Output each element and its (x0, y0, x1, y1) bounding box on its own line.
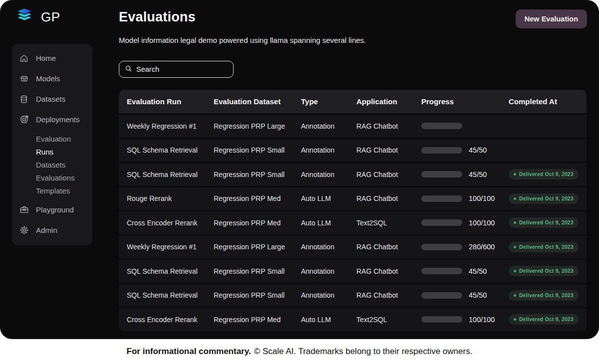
evaluation-dataset-cell: Regression PRP Large (206, 243, 293, 251)
type-cell: Annotation (293, 267, 348, 275)
new-evaluation-button[interactable]: New Evaluation (516, 9, 587, 28)
table-row[interactable]: Weekly Regression #1Regression PRP Large… (119, 236, 587, 259)
table-row[interactable]: SQL Schema RetrievalRegression PRP Small… (119, 284, 587, 307)
progress-cell: 100/100 (413, 316, 501, 324)
delivered-status-badge: Delivered Oct 9, 2023 (509, 193, 579, 204)
sidebar-item-admin[interactable]: Admin (12, 220, 92, 240)
table-row[interactable]: SQL Schema RetrievalRegression PRP Small… (119, 163, 587, 186)
sidebar-item-label: Models (36, 74, 60, 83)
table-row[interactable]: Rouge RerankRegression PRP MedAuto LLMRA… (119, 187, 587, 210)
progress-cell (413, 123, 501, 129)
sidebar-item-playground[interactable]: Playground (12, 199, 92, 220)
completed-at-cell: Delivered Oct 9, 2023 (501, 242, 587, 252)
evaluation-run-cell: Rouge Rerank (119, 194, 206, 202)
progress-label: 45/50 (469, 267, 487, 275)
progress-bar (421, 316, 462, 323)
brand: GP (15, 7, 60, 27)
progress-bar (421, 292, 462, 299)
sidebar-item-templates[interactable]: Templates (12, 184, 92, 197)
evaluation-dataset-cell: Regression PRP Med (206, 194, 293, 202)
search-field[interactable] (136, 65, 230, 73)
sidebar-item-label: Deployments (36, 115, 80, 124)
table-row[interactable]: SQL Schema RetrievalRegression PRP Small… (119, 139, 587, 162)
sidebar-item-evaluation[interactable]: Evaluation (12, 132, 92, 145)
footer-disclaimer: For informational commentary. © Scale AI… (0, 339, 599, 364)
column-header-completed-at: Completed At (501, 97, 587, 106)
evaluation-dataset-cell: Regression PRP Large (206, 122, 293, 130)
delivered-status-text: Delivered Oct 9, 2023 (519, 244, 574, 250)
completed-at-cell: Delivered Oct 9, 2023 (501, 169, 587, 180)
main-content: Evaluations New Evaluation Model informa… (119, 0, 587, 331)
sidebar-item-label: Admin (36, 226, 57, 234)
progress-cell: 280/600 (413, 243, 501, 251)
briefcase-icon (19, 205, 29, 215)
table-row[interactable]: Cross Encoder RerankRegression PRP MedAu… (119, 308, 587, 331)
evaluation-dataset-cell: Regression PRP Small (206, 267, 293, 275)
header-row: Evaluations New Evaluation (119, 0, 587, 28)
table-row[interactable]: Weekly Regression #1Regression PRP Large… (119, 115, 587, 138)
delivered-status-text: Delivered Oct 9, 2023 (519, 220, 574, 225)
progress-cell: 100/100 (413, 194, 501, 202)
screen: GP HomeModelsDatasetsDeploymentsEvaluati… (0, 0, 599, 364)
progress-bar (421, 219, 462, 226)
progress-bar (421, 171, 462, 178)
type-cell: Auto LLM (293, 219, 348, 227)
delivered-status-text: Delivered Oct 9, 2023 (519, 317, 574, 322)
footer-bold-text: For informational commentary. (127, 347, 251, 357)
sidebar-item-runs[interactable]: Runs (12, 145, 92, 158)
delivered-status-badge: Delivered Oct 9, 2023 (509, 217, 579, 228)
sidebar-item-home[interactable]: Home (12, 48, 92, 68)
evaluation-dataset-cell: Regression PRP Med (206, 316, 293, 324)
sidebar-item-deployments[interactable]: Deployments (12, 109, 92, 130)
evaluation-dataset-cell: Regression PRP Small (206, 146, 293, 154)
evaluation-run-cell: Weekly Regression #1 (119, 122, 206, 130)
column-header-progress: Progress (413, 97, 501, 106)
status-dot-icon (514, 270, 516, 272)
evaluation-dataset-cell: Regression PRP Small (206, 171, 293, 179)
app-window: GP HomeModelsDatasetsDeploymentsEvaluati… (0, 0, 599, 339)
search-icon (125, 65, 132, 74)
table-row[interactable]: Cross Encoder RerankRegression PRP MedAu… (119, 211, 587, 234)
evaluation-run-cell: Weekly Regression #1 (119, 243, 206, 251)
completed-at-cell: Delivered Oct 9, 2023 (501, 193, 587, 204)
application-cell: Text2SQL (348, 316, 413, 324)
brand-name: GP (41, 9, 60, 25)
delivered-status-text: Delivered Oct 9, 2023 (519, 172, 574, 177)
table-row[interactable]: SQL Schema RetrievalRegression PRP Small… (119, 260, 587, 283)
evaluation-run-cell: SQL Schema Retrieval (119, 146, 206, 154)
sidebar-item-datasets[interactable]: Datasets (12, 89, 92, 109)
search-input[interactable] (119, 61, 234, 78)
status-dot-icon (514, 246, 516, 248)
type-cell: Annotation (293, 146, 348, 154)
completed-at-cell: Delivered Oct 9, 2023 (501, 290, 587, 301)
evaluation-run-cell: SQL Schema Retrieval (119, 171, 206, 179)
page-subtitle: Model information legal demo powered usi… (119, 36, 587, 44)
delivered-status-text: Delivered Oct 9, 2023 (519, 268, 574, 274)
table-body: Weekly Regression #1Regression PRP Large… (119, 115, 587, 331)
status-dot-icon (514, 173, 516, 176)
delivered-status-badge: Delivered Oct 9, 2023 (509, 266, 579, 276)
column-header-evaluation-run: Evaluation Run (119, 97, 206, 106)
application-cell: RAG Chatbot (348, 267, 413, 275)
evaluations-table: Evaluation RunEvaluation DatasetTypeAppl… (119, 90, 587, 331)
progress-label: 280/600 (469, 243, 495, 251)
progress-label: 100/100 (469, 219, 495, 227)
progress-cell: 45/50 (413, 146, 501, 154)
column-header-evaluation-dataset: Evaluation Dataset (206, 97, 293, 106)
evaluation-run-cell: Cross Encoder Rerank (119, 219, 206, 227)
sidebar-item-datasets[interactable]: Datasets (12, 158, 92, 171)
sidebar-item-models[interactable]: Models (12, 68, 92, 89)
progress-cell: 45/50 (413, 291, 501, 299)
delivered-status-badge: Delivered Oct 9, 2023 (509, 242, 579, 252)
progress-bar (421, 123, 462, 129)
type-cell: Annotation (293, 171, 348, 179)
application-cell: RAG Chatbot (348, 243, 413, 251)
sidebar-item-evaluations[interactable]: Evaluations (12, 171, 92, 184)
type-cell: Annotation (293, 291, 348, 299)
status-dot-icon (514, 221, 516, 224)
application-cell: RAG Chatbot (348, 171, 413, 179)
home-icon (19, 53, 29, 63)
sidebar-item-label: Datasets (36, 95, 65, 103)
sidebar-nav: HomeModelsDatasetsDeploymentsEvaluationR… (12, 44, 92, 245)
database-icon (19, 94, 29, 104)
